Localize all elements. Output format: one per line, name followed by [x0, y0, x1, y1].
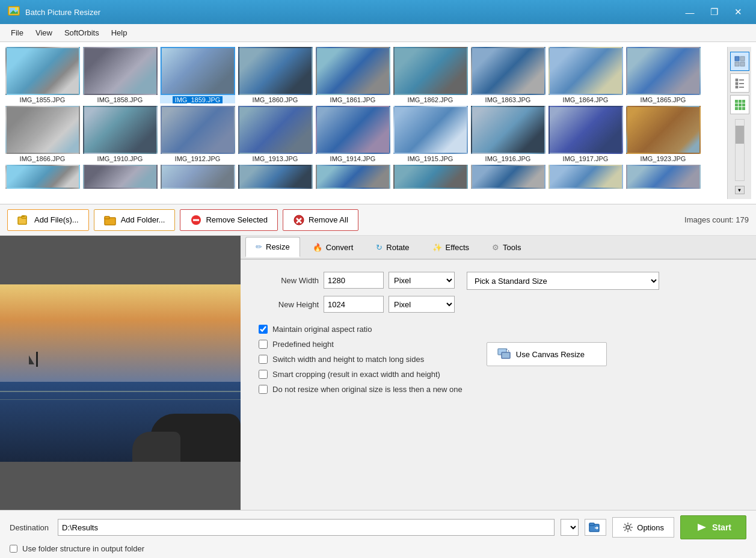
list-item[interactable]: IMG_1913.JPG — [238, 106, 313, 162]
effects-tab-icon: ✨ — [432, 243, 442, 252]
maximize-button[interactable]: ❐ — [703, 4, 725, 20]
list-item[interactable]: IMG_1863.JPG — [470, 47, 545, 103]
list-item[interactable] — [82, 165, 158, 189]
rotate-tab-icon: ↻ — [376, 243, 383, 252]
list-item[interactable]: IMG_1916.JPG — [470, 106, 545, 162]
list-item[interactable]: IMG_1858.JPG — [82, 47, 158, 103]
maintain-aspect-row: Maintain original aspect ratio — [259, 325, 738, 334]
switch-sides-label[interactable]: Switch width and height to match long si… — [272, 355, 424, 364]
gallery-scrollbar[interactable] — [735, 119, 745, 181]
new-height-input[interactable] — [324, 296, 384, 313]
tab-rotate[interactable]: ↻ Rotate — [366, 237, 419, 257]
no-upscale-label[interactable]: Do not resize when original size is less… — [272, 385, 463, 394]
standard-size-select[interactable]: Pick a Standard Size 800 x 600 1024 x 76… — [467, 272, 659, 290]
destination-dropdown[interactable] — [561, 519, 579, 536]
new-width-input[interactable] — [324, 272, 384, 289]
resize-tab-label: Resize — [266, 242, 290, 251]
list-item[interactable]: IMG_1915.JPG — [393, 106, 468, 162]
bottom-bar: Destination Options Start Use folder str… — [0, 510, 756, 558]
list-item[interactable] — [393, 165, 468, 189]
svg-rect-5 — [740, 57, 745, 61]
list-item[interactable] — [238, 165, 313, 189]
destination-label: Destination — [10, 523, 52, 532]
predefined-height-checkbox[interactable] — [259, 340, 268, 349]
browse-destination-button[interactable] — [585, 519, 606, 536]
smart-crop-row: Smart cropping (result in exact width an… — [259, 370, 463, 379]
remove-all-button[interactable]: Remove All — [283, 209, 358, 231]
list-item[interactable]: IMG_1855.JPG — [5, 47, 80, 103]
svg-rect-37 — [589, 523, 594, 526]
options-button[interactable]: Options — [612, 517, 674, 538]
svg-point-3 — [15, 8, 17, 10]
list-item[interactable]: IMG_1865.JPG — [625, 47, 701, 103]
tab-tools[interactable]: ⚙ Tools — [482, 237, 531, 257]
list-item[interactable]: IMG_1866.JPG — [5, 106, 80, 162]
width-unit-select[interactable]: Pixel Percent Inch Cm — [389, 272, 455, 289]
list-item[interactable]: IMG_1910.JPG — [82, 106, 158, 162]
list-item[interactable] — [548, 165, 623, 189]
add-files-button[interactable]: Add File(s)... — [7, 209, 89, 231]
list-item[interactable]: IMG_1923.JPG — [625, 106, 701, 162]
svg-rect-4 — [735, 57, 739, 61]
list-item[interactable]: IMG_1861.JPG — [315, 47, 390, 103]
switch-sides-checkbox[interactable] — [259, 355, 268, 364]
folder-structure-checkbox[interactable] — [10, 545, 17, 553]
convert-tab-icon: 🔥 — [313, 243, 322, 252]
thumbnail-view-button[interactable] — [730, 52, 749, 71]
start-button[interactable]: Start — [680, 515, 746, 539]
svg-rect-19 — [742, 103, 745, 106]
gallery-scroll: IMG_1855.JPG IMG_1858.JPG IMG_1859.JPG I… — [5, 47, 727, 199]
canvas-resize-button[interactable]: Use Canvas Resize — [487, 342, 607, 366]
list-item[interactable]: IMG_1917.JPG — [548, 106, 623, 162]
close-button[interactable]: ✕ — [727, 4, 749, 20]
svg-rect-11 — [739, 83, 744, 84]
list-item[interactable] — [160, 165, 235, 189]
menu-file[interactable]: File — [5, 26, 29, 40]
svg-rect-9 — [739, 79, 744, 81]
list-item[interactable]: IMG_1864.JPG — [548, 47, 623, 103]
remove-all-label: Remove All — [309, 215, 348, 224]
list-view-button[interactable] — [730, 73, 749, 93]
tab-resize[interactable]: ✏ Resize — [245, 237, 300, 257]
folder-structure-row: Use folder structure in output folder — [10, 544, 746, 553]
grid-view-button[interactable] — [730, 95, 749, 114]
svg-rect-34 — [502, 352, 510, 358]
add-folder-button[interactable]: Add Folder... — [94, 209, 176, 231]
convert-tab-label: Convert — [326, 243, 354, 252]
controls-panel: ✏ Resize 🔥 Convert ↻ Rotate ✨ Effects ⚙ — [241, 236, 756, 510]
maintain-aspect-checkbox[interactable] — [259, 325, 268, 334]
list-item[interactable]: IMG_1859.JPG — [160, 47, 235, 103]
tab-effects[interactable]: ✨ Effects — [422, 237, 480, 257]
list-item[interactable] — [5, 165, 80, 189]
destination-input[interactable] — [58, 519, 555, 536]
scroll-down-button[interactable]: ▼ — [735, 186, 745, 194]
list-item[interactable]: IMG_1912.JPG — [160, 106, 235, 162]
smart-crop-checkbox[interactable] — [259, 370, 268, 379]
list-item[interactable] — [315, 165, 390, 189]
menu-help[interactable]: Help — [105, 26, 134, 40]
remove-selected-button[interactable]: Remove Selected — [180, 209, 278, 231]
list-item[interactable]: IMG_1862.JPG — [393, 47, 468, 103]
height-unit-select[interactable]: Pixel Percent Inch Cm — [389, 296, 455, 313]
list-item[interactable] — [470, 165, 545, 189]
options-label: Options — [637, 523, 664, 532]
list-item[interactable]: IMG_1860.JPG — [238, 47, 313, 103]
tab-convert[interactable]: 🔥 Convert — [303, 237, 364, 257]
menu-view[interactable]: View — [29, 26, 58, 40]
minimize-button[interactable]: — — [679, 4, 701, 20]
menu-softorbits[interactable]: SoftOrbits — [58, 26, 105, 40]
svg-rect-8 — [736, 79, 738, 81]
resize-tab-icon: ✏ — [256, 242, 262, 251]
smart-crop-label[interactable]: Smart cropping (result in exact width an… — [272, 370, 440, 379]
maintain-aspect-label[interactable]: Maintain original aspect ratio — [272, 325, 372, 334]
predefined-height-label[interactable]: Predefined height — [272, 340, 334, 349]
svg-line-35 — [506, 349, 510, 352]
folder-structure-label[interactable]: Use folder structure in output folder — [22, 544, 144, 553]
list-item[interactable] — [625, 165, 701, 189]
switch-sides-row: Switch width and height to match long si… — [259, 355, 463, 364]
main-container: IMG_1855.JPG IMG_1858.JPG IMG_1859.JPG I… — [0, 42, 756, 558]
list-item[interactable]: IMG_1914.JPG — [315, 106, 390, 162]
work-area: ✏ Resize 🔥 Convert ↻ Rotate ✨ Effects ⚙ — [0, 236, 756, 510]
no-upscale-checkbox[interactable] — [259, 385, 268, 394]
right-panel: ▼ — [727, 47, 751, 199]
